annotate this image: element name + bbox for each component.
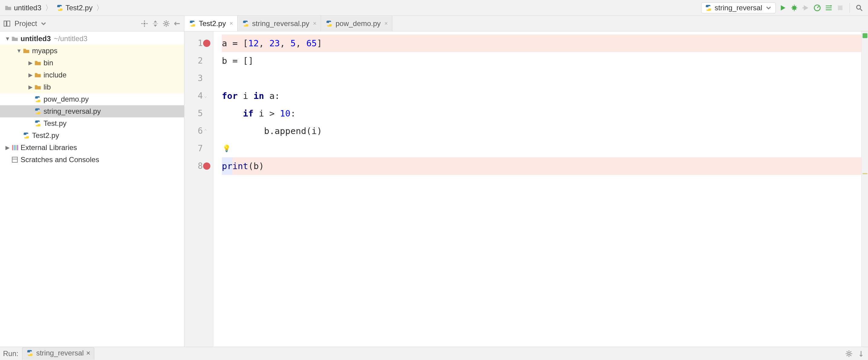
editor-tabs: Test2.py×string_reversal.py×pow_demo.py× bbox=[184, 16, 868, 31]
tree-row[interactable]: Test2.py bbox=[0, 130, 184, 142]
close-icon[interactable]: × bbox=[384, 20, 388, 27]
folder-open-y-icon bbox=[34, 59, 42, 67]
svg-rect-4 bbox=[4, 21, 6, 26]
tree-label: Test2.py bbox=[32, 131, 59, 140]
editor-tab[interactable]: pow_demo.py× bbox=[321, 16, 392, 31]
breakpoint-icon[interactable] bbox=[203, 39, 210, 47]
line-number[interactable]: 4⌄ bbox=[184, 87, 203, 105]
tree-twisty[interactable]: ▶ bbox=[27, 60, 34, 66]
code-line[interactable]: b.append(i) bbox=[222, 122, 861, 140]
tree-row[interactable]: ▶External Libraries bbox=[0, 142, 184, 154]
fold-end-icon[interactable]: ⌃ bbox=[204, 122, 207, 140]
run-tab[interactable]: string_reversal × bbox=[22, 347, 94, 360]
code-token bbox=[222, 108, 243, 118]
close-icon[interactable]: × bbox=[313, 20, 317, 27]
code-token: : bbox=[290, 108, 296, 118]
breadcrumb-label: untitled3 bbox=[14, 4, 41, 12]
tree-twisty[interactable]: ▼ bbox=[16, 48, 22, 54]
code-token: (b) bbox=[248, 161, 264, 171]
tree-twisty[interactable]: ▶ bbox=[4, 144, 11, 151]
line-number[interactable]: 5 bbox=[184, 105, 203, 122]
run-config-selector[interactable]: string_reversal bbox=[701, 2, 776, 13]
error-stripe[interactable] bbox=[861, 31, 868, 347]
code-token: 5 bbox=[290, 38, 296, 48]
breadcrumb-item[interactable]: Test2.py bbox=[54, 3, 94, 13]
line-number[interactable]: 2 bbox=[184, 52, 203, 70]
code-token: in bbox=[254, 91, 264, 101]
code-token: if bbox=[243, 108, 254, 118]
tree-label: Scratches and Consoles bbox=[21, 156, 99, 164]
chevron-down-icon[interactable] bbox=[39, 20, 48, 28]
tree-twisty[interactable]: ▼ bbox=[4, 36, 11, 42]
tree-row[interactable]: ▼untitled3~/untitled3 bbox=[0, 33, 184, 45]
code-token: 23 bbox=[269, 38, 280, 48]
code-token: , bbox=[296, 38, 306, 48]
tree-twisty[interactable]: ▶ bbox=[27, 84, 34, 90]
profile-icon[interactable] bbox=[813, 4, 821, 12]
editor-tab[interactable]: string_reversal.py× bbox=[238, 16, 321, 31]
line-number[interactable]: 7 bbox=[184, 140, 203, 157]
tree-label: lib bbox=[43, 83, 51, 91]
svg-rect-12 bbox=[12, 157, 17, 162]
soft-wrap-icon[interactable] bbox=[857, 350, 865, 358]
code-line[interactable]: a = [12, 23, 5, 65] bbox=[222, 34, 861, 52]
gear-icon[interactable] bbox=[162, 20, 170, 28]
inspection-ok-icon bbox=[863, 33, 867, 38]
close-icon[interactable]: × bbox=[86, 349, 90, 357]
line-number[interactable]: 1 bbox=[184, 34, 203, 52]
tree-row[interactable]: pow_demo.py bbox=[0, 93, 184, 105]
tree-row[interactable]: ▶lib bbox=[0, 81, 184, 93]
tree-row[interactable]: ▼myapps bbox=[0, 45, 184, 57]
stop-icon[interactable] bbox=[836, 4, 844, 12]
line-number[interactable]: 8 bbox=[184, 157, 203, 175]
line-number[interactable]: 6⌃ bbox=[184, 122, 203, 140]
run-icon[interactable] bbox=[779, 4, 787, 12]
python-icon bbox=[242, 20, 250, 28]
breakpoint-icon[interactable] bbox=[203, 162, 210, 170]
run-config-label: string_reversal bbox=[715, 4, 762, 12]
gear-icon[interactable] bbox=[845, 350, 853, 358]
tree-row[interactable]: string_reversal.py bbox=[0, 105, 184, 117]
code-line[interactable]: print(b) bbox=[222, 157, 861, 175]
run-coverage-icon[interactable] bbox=[802, 4, 810, 12]
code-line[interactable]: b = [] bbox=[222, 52, 861, 70]
project-view-icon[interactable] bbox=[3, 20, 11, 28]
code-line[interactable] bbox=[222, 70, 861, 87]
editor-tab[interactable]: Test2.py× bbox=[184, 16, 238, 31]
intention-bulb-icon[interactable]: 💡 bbox=[222, 140, 230, 157]
svg-rect-10 bbox=[16, 145, 16, 150]
code-token: 65 bbox=[306, 38, 317, 48]
editor-code[interactable]: a = [12, 23, 5, 65]b = []for i in a: if … bbox=[213, 31, 861, 347]
close-icon[interactable]: × bbox=[229, 20, 233, 27]
pyfile-icon bbox=[56, 4, 64, 12]
code-line[interactable]: 💡 bbox=[222, 140, 861, 157]
search-icon[interactable] bbox=[855, 4, 863, 12]
folder-icon bbox=[11, 35, 19, 43]
tree-label: External Libraries bbox=[21, 143, 77, 152]
hide-icon[interactable] bbox=[173, 20, 181, 28]
tree-label: string_reversal.py bbox=[43, 107, 101, 116]
python-icon bbox=[325, 20, 333, 28]
debug-icon[interactable] bbox=[790, 4, 798, 12]
tree-twisty[interactable]: ▶ bbox=[27, 72, 34, 78]
python-icon bbox=[26, 349, 34, 357]
locate-icon[interactable] bbox=[141, 20, 148, 28]
run-concurrent-icon[interactable] bbox=[825, 4, 833, 12]
svg-rect-5 bbox=[7, 21, 10, 26]
tree-row[interactable]: ▶bin bbox=[0, 57, 184, 69]
fold-start-icon[interactable]: ⌄ bbox=[204, 87, 207, 105]
tree-row[interactable]: ▶include bbox=[0, 69, 184, 81]
warning-mark[interactable] bbox=[863, 173, 867, 174]
tree-row[interactable]: Scratches and Consoles bbox=[0, 154, 184, 166]
breadcrumb-item[interactable]: untitled3 bbox=[2, 3, 43, 13]
line-number[interactable]: 3 bbox=[184, 70, 203, 87]
tree-row[interactable]: Test.py bbox=[0, 117, 184, 130]
code-line[interactable]: for i in a: bbox=[222, 87, 861, 105]
project-tree[interactable]: ▼untitled3~/untitled3▼myapps▶bin▶include… bbox=[0, 31, 184, 166]
editor-gutter[interactable]: 1234⌄56⌃78 bbox=[184, 31, 213, 347]
expand-all-icon[interactable] bbox=[151, 20, 159, 28]
svg-point-7 bbox=[165, 22, 167, 25]
project-title: Project bbox=[14, 19, 37, 28]
folder-open-y-icon bbox=[34, 83, 42, 91]
code-line[interactable]: if i > 10: bbox=[222, 105, 861, 122]
